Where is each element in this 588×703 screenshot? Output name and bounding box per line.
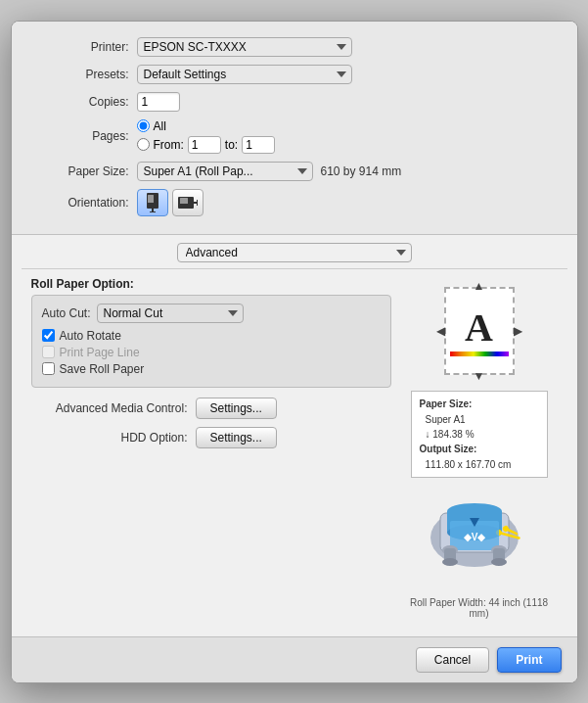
arrow-left-icon: ◀ [436,324,445,338]
auto-cut-select[interactable]: Normal Cut [97,304,244,323]
print-preview: ▲ ▼ ◀ ▶ A [434,277,524,385]
color-bar [450,352,509,356]
portrait-button[interactable] [137,189,168,216]
preview-letter: A [450,305,509,351]
presets-label: Presets: [31,68,129,81]
advanced-media-label: Advanced Media Control: [31,401,188,415]
svg-point-24 [442,558,458,566]
printer-label: Printer: [31,40,129,54]
paper-size-label: Paper Size: [31,164,129,178]
advanced-media-settings-button[interactable]: Settings... [196,398,277,419]
arrow-up-icon: ▲ [474,279,485,293]
landscape-button[interactable] [172,189,204,216]
presets-select[interactable]: Default Settings [137,65,352,84]
copies-input[interactable] [137,92,180,112]
from-label: From: [154,138,184,152]
pages-all-label: All [154,119,166,133]
paper-info-output-title: Output Size: [420,442,539,456]
from-input[interactable] [188,136,221,154]
print-button[interactable]: Print [497,647,561,673]
pages-label: Pages: [31,129,129,143]
copies-label: Copies: [31,95,129,109]
portrait-icon [145,193,160,212]
auto-rotate-label: Auto Rotate [60,329,121,343]
landscape-icon [178,195,198,211]
paper-info-scale: ↓ 184.38 % [420,427,539,442]
advanced-select[interactable]: Advanced [177,243,412,262]
save-roll-paper-label: Save Roll Paper [60,362,145,376]
to-label: to: [225,138,238,152]
svg-rect-7 [180,198,188,204]
svg-text:◆V◆: ◆V◆ [462,532,486,542]
paper-info-output-value: 111.80 x 167.70 cm [420,457,539,472]
svg-rect-3 [148,195,154,203]
printer-select[interactable]: EPSON SC-TXXXX [137,37,352,57]
paper-info-box: Paper Size: Super A1 ↓ 184.38 % Output S… [411,391,548,478]
hdd-option-label: HDD Option: [31,431,188,445]
auto-cut-label: Auto Cut: [42,306,91,320]
svg-point-25 [491,558,507,566]
save-roll-paper-checkbox[interactable] [42,362,55,375]
paper-size-mm: 610 by 914 mm [321,164,402,178]
to-input[interactable] [242,136,275,154]
paper-info-size-value: Super A1 [420,412,539,427]
arrow-down-icon: ▼ [474,369,485,383]
paper-size-select[interactable]: Super A1 (Roll Pap... [137,162,313,181]
pages-all-radio[interactable] [137,119,150,132]
cancel-button[interactable]: Cancel [416,647,489,673]
auto-rotate-checkbox[interactable] [42,329,55,342]
roll-paper-section-label: Roll Paper Option: [31,277,391,291]
paper-info-size-title: Paper Size: [420,397,539,411]
orientation-label: Orientation: [31,196,129,210]
print-page-line-label: Print Page Line [60,346,140,359]
arrow-right-icon: ▶ [514,324,522,338]
roll-paper-width: Roll Paper Width: 44 inch (1118 mm) [401,597,558,619]
hdd-settings-button[interactable]: Settings... [196,427,277,448]
pages-from-radio[interactable] [137,138,150,151]
print-page-line-checkbox[interactable] [42,346,55,358]
printer-illustration: ◆V◆ [421,484,538,591]
